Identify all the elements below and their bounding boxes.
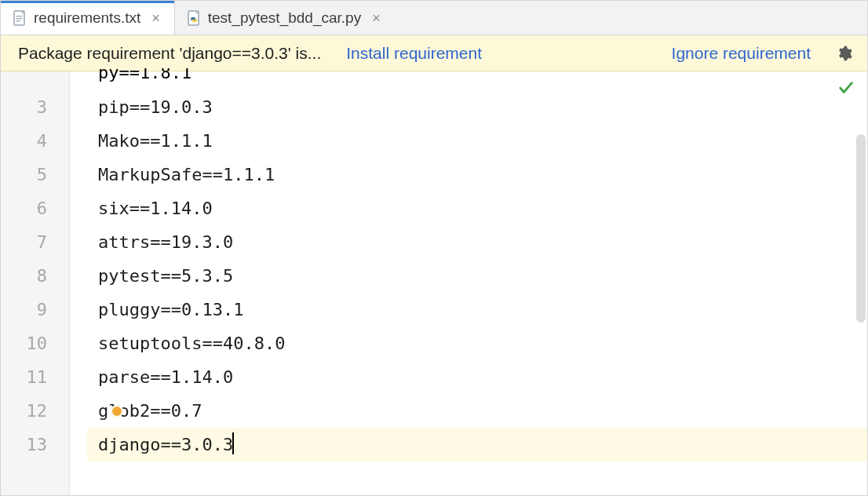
line-number: 10 — [1, 326, 69, 360]
line-number: 6 — [1, 191, 69, 225]
line-number: 7 — [1, 225, 69, 259]
line-number: 4 — [1, 124, 69, 158]
vertical-scrollbar[interactable] — [856, 134, 866, 323]
package-requirement-banner: Package requirement 'django==3.0.3' is..… — [1, 35, 867, 71]
intention-bulb-icon[interactable] — [111, 405, 123, 418]
code-line[interactable]: MarkupSafe==1.1.1 — [87, 158, 867, 191]
line-number: 11 — [1, 360, 69, 394]
tab-testfile[interactable]: test_pytest_bdd_car.py × — [175, 1, 395, 35]
code-line[interactable]: pluggy==0.13.1 — [87, 293, 867, 326]
gear-icon[interactable] — [836, 45, 853, 62]
editor[interactable]: 345678910111213 py==1.8.1 pip==19.0.3Mak… — [1, 71, 867, 495]
install-requirement-link[interactable]: Install requirement — [346, 44, 482, 63]
python-file-icon — [186, 10, 202, 26]
line-number: 9 — [1, 293, 69, 326]
code-line[interactable]: django==3.0.3 — [87, 428, 867, 461]
txt-file-icon — [12, 10, 27, 26]
line-number: 13 — [1, 428, 69, 461]
line-number: 3 — [1, 90, 69, 124]
code-line[interactable]: glob2==0.7 — [87, 394, 867, 428]
svg-rect-2 — [16, 18, 23, 19]
line-number-gutter: 345678910111213 — [1, 71, 70, 495]
gutter-annotation-column — [70, 71, 87, 495]
svg-rect-1 — [16, 16, 23, 16]
code-line[interactable]: six==1.14.0 — [87, 191, 867, 225]
code-line[interactable]: pytest==5.3.5 — [87, 259, 867, 293]
code-line[interactable]: parse==1.14.0 — [87, 360, 867, 394]
code-line[interactable]: attrs==19.3.0 — [87, 225, 867, 259]
code-area[interactable]: py==1.8.1 pip==19.0.3Mako==1.1.1MarkupSa… — [87, 71, 867, 495]
tab-label: test_pytest_bdd_car.py — [208, 9, 361, 27]
analysis-ok-checkmark-icon[interactable] — [837, 79, 855, 100]
ignore-requirement-link[interactable]: Ignore requirement — [672, 44, 811, 63]
tab-requirements[interactable]: requirements.txt × — [1, 1, 175, 35]
banner-message: Package requirement 'django==3.0.3' is..… — [18, 44, 321, 63]
line-number: 12 — [1, 394, 69, 428]
close-icon[interactable]: × — [151, 11, 160, 25]
code-line[interactable]: Mako==1.1.1 — [87, 124, 867, 158]
code-line[interactable]: pip==19.0.3 — [87, 90, 867, 124]
tab-bar: requirements.txt × test_pytest_bdd_car.p… — [1, 1, 867, 35]
line-number: 8 — [1, 259, 69, 293]
svg-rect-3 — [16, 20, 20, 21]
code-line[interactable]: setuptools==40.8.0 — [87, 326, 867, 360]
text-caret — [232, 432, 234, 454]
partial-visible-line: py==1.8.1 — [87, 68, 867, 84]
tab-label: requirements.txt — [34, 9, 140, 27]
line-number: 5 — [1, 158, 69, 191]
close-icon[interactable]: × — [372, 11, 381, 25]
